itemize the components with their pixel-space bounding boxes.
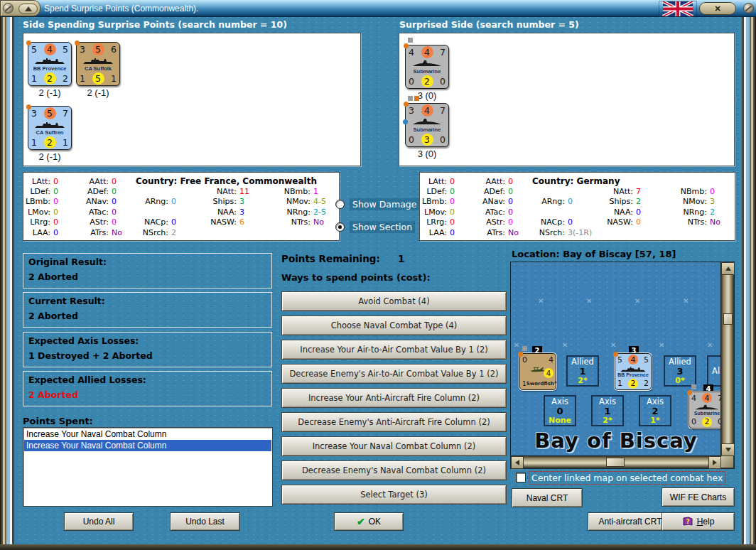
center-map-checkbox[interactable]	[516, 473, 526, 482]
map-sea-area[interactable]: Allied 1 2* Allied 3 0* Allied	[511, 262, 721, 456]
naval-unit-counter[interactable]: 356 CA Suffolk 151 2 (-1)	[76, 42, 123, 98]
unit-name: BB Provence	[28, 66, 71, 72]
unit-name: Submarine	[689, 411, 721, 416]
stat-cell: ATrs:No	[474, 227, 532, 237]
stat-label: LBmb:	[420, 197, 447, 206]
points-spent-label: Points Spent:	[23, 416, 93, 426]
points-spent-item[interactable]: Increase Your Naval Combat Column	[24, 428, 271, 440]
window-frame-right	[742, 17, 756, 544]
spend-option-button[interactable]: Select Target (3)	[281, 485, 507, 505]
stack-count: 1	[604, 406, 610, 416]
stat-cell: NBmb:0	[660, 186, 734, 196]
spend-option-button[interactable]: Increase Your Air-to-Air Combat Value By…	[281, 340, 507, 360]
force-stack-box[interactable]: Axis 1 2*	[591, 395, 624, 426]
spend-option-button[interactable]: Increase Your Anti-Aircraft Fire Column …	[281, 388, 507, 408]
radio-option[interactable]: Show Damage	[335, 198, 419, 210]
spend-option-button[interactable]: Avoid Combat (4)	[281, 291, 507, 311]
unit-stat: 1	[63, 137, 68, 148]
center-map-checkbox-label[interactable]: Center linked map on selected combat hex	[529, 471, 725, 485]
naval-unit-counter[interactable]: 545 BB Provence 122 2 (-1)	[28, 42, 75, 98]
undo-all-button[interactable]: Undo All	[64, 512, 134, 531]
stack-side-label: Allied	[571, 357, 594, 367]
stack-detail: 2*	[603, 416, 612, 425]
horizontal-scroll-thumb[interactable]	[606, 458, 625, 467]
unit-name: CA Suffren	[28, 130, 71, 136]
stat-cell: ARng:0	[532, 197, 592, 207]
sea-zone-name: Bay of Biscay	[511, 428, 721, 453]
stat-cell: NACp:0	[532, 217, 592, 227]
radio-icon[interactable]	[335, 200, 345, 209]
naval-unit-counter[interactable]: 545 BB Provence 122	[615, 353, 652, 390]
status-dot-icon	[691, 384, 696, 389]
submarine-silhouette-icon	[411, 117, 443, 126]
stat-value: 11	[239, 187, 264, 196]
scroll-left-button[interactable]	[511, 456, 524, 469]
force-stack-box[interactable]: Axis 2 1*	[639, 395, 671, 426]
unit-caption: 2 (-1)	[76, 87, 120, 98]
radio-label[interactable]: Show Damage	[350, 198, 419, 210]
stat-value: 1	[313, 187, 338, 196]
warship-silhouette-icon	[82, 56, 114, 65]
radio-icon[interactable]	[335, 222, 345, 232]
unit-caption: 3 (0)	[405, 149, 449, 159]
svg-text:?: ?	[686, 518, 689, 525]
unit-stat: 0	[440, 76, 446, 87]
spending-side-unit-panel: 545 BB Provence 122 2 (-1) 356 CA Suffol…	[23, 33, 361, 166]
naval-unit-counter[interactable]: 447 Submarine 020	[688, 392, 721, 428]
spending-side-header: Side Spending Surprise Points (search nu…	[23, 19, 287, 30]
wif-fe-charts-button[interactable]: WIF FE Charts	[662, 487, 735, 507]
naval-unit-counter[interactable]: 347 Submarine 030 3 (0)	[405, 103, 452, 159]
result-label: Expected Allied Losses:	[28, 374, 266, 385]
spend-option-button[interactable]: Decrease Enemy's Naval Combat Column (2)	[281, 460, 507, 480]
stat-label: ADef:	[77, 187, 109, 196]
warship-silhouette-icon	[34, 120, 65, 129]
force-stack-box[interactable]: Allied 3 0*	[664, 355, 696, 387]
naval-unit-counter[interactable]: 357 CA Suffren 121 2 (-1)	[28, 106, 75, 162]
force-stack-box[interactable]: Axis 0 None	[544, 395, 576, 426]
stat-label: NSrch:	[136, 228, 168, 237]
scroll-down-button[interactable]	[721, 443, 735, 456]
map-horizontal-scrollbar[interactable]	[511, 455, 721, 468]
stat-label: AStr:	[77, 217, 109, 227]
force-stack-box[interactable]: Allied	[707, 355, 721, 387]
country-label: Country: Free France, Commonwealth	[136, 176, 317, 186]
air-unit-counter[interactable]: 04 4 1Swordfish*	[519, 353, 556, 390]
stat-value: 0	[53, 207, 77, 217]
unit-caption: 2 (-1)	[28, 87, 72, 98]
status-dot-icon	[75, 41, 80, 45]
radio-label[interactable]: Show Section	[350, 221, 415, 233]
spend-option-button[interactable]: Decrease Enemy's Anti-Aircraft Fire Colu…	[281, 412, 507, 432]
unit-stat: 7	[63, 108, 68, 119]
undo-last-button[interactable]: Undo Last	[170, 512, 240, 531]
close-button[interactable]: ✕	[699, 2, 736, 15]
points-spent-listbox[interactable]: Increase Your Naval Combat Column Increa…	[23, 427, 273, 507]
naval-unit-counter[interactable]: 447 Submarine 020 3 (0)	[405, 45, 452, 101]
vertical-scroll-thumb[interactable]	[723, 313, 733, 325]
unit-stat: 7	[440, 47, 446, 58]
anti-aircraft-crt-button[interactable]: Anti-aircraft CRT	[588, 512, 673, 531]
stat-label: LAtt:	[420, 177, 447, 186]
ok-button[interactable]: ✔ OK	[334, 512, 404, 531]
spend-option-button[interactable]: Decrease Enemy's Air-to-Air Combat Value…	[281, 364, 507, 384]
hex-marker-icon	[634, 298, 640, 305]
attack-value-circle: 4	[44, 43, 56, 55]
force-stack-box[interactable]: Allied 1 2*	[566, 355, 599, 387]
help-button[interactable]: ? Help	[662, 512, 735, 531]
stat-label: NAA:	[195, 207, 237, 217]
stat-cell: NTrs:No	[264, 217, 338, 227]
country-label: Country: Germany	[532, 176, 620, 186]
minimize-button[interactable]	[18, 4, 38, 14]
naval-crt-button[interactable]: Naval CRT	[512, 488, 583, 507]
radio-option[interactable]: Show Section	[335, 221, 415, 233]
spend-option-button[interactable]: Choose Naval Combat Type (4)	[281, 316, 507, 335]
scroll-up-button[interactable]	[721, 262, 735, 275]
points-spent-item[interactable]: Increase Your Naval Combat Column	[24, 440, 271, 451]
stat-value: No	[313, 217, 338, 227]
spend-option-button[interactable]: Increase Your Naval Combat Column (2)	[281, 436, 507, 456]
unit-stat: 4	[409, 47, 414, 58]
map-vertical-scrollbar[interactable]	[720, 262, 734, 456]
stat-label: NMov:	[660, 197, 707, 206]
stat-label: ARng:	[136, 197, 168, 206]
scroll-right-button[interactable]	[708, 456, 721, 469]
warship-silhouette-icon	[620, 365, 647, 372]
